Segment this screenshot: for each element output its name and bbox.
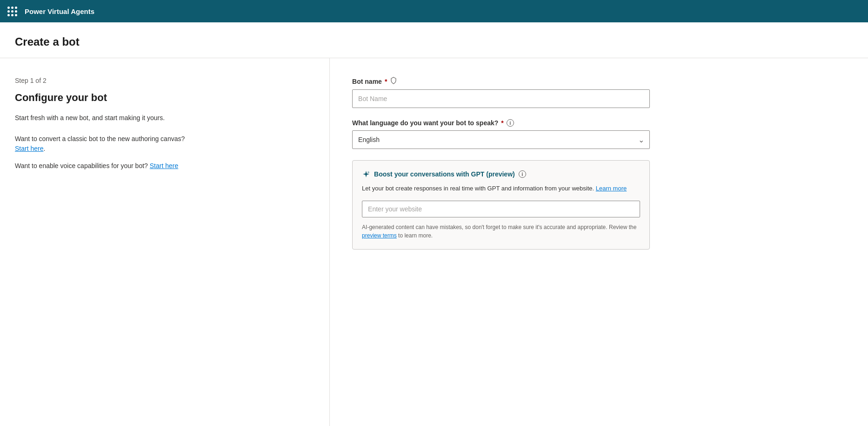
voice-label: Want to enable voice capabilities for yo… (15, 162, 148, 169)
gpt-info-icon[interactable]: i (519, 170, 526, 178)
bot-name-field-group: Bot name * (352, 77, 650, 108)
page-header: Create a bot (0, 22, 868, 58)
language-select-wrapper: English Spanish French German Italian Po… (352, 130, 650, 149)
bot-name-label: Bot name * (352, 77, 650, 86)
start-here-voice-link[interactable]: Start here (150, 162, 178, 169)
disclaimer-prefix: AI-generated content can have mistakes, … (362, 224, 636, 230)
main-content: Step 1 of 2 Configure your bot Start fre… (0, 58, 868, 426)
description-text: Start fresh with a new bot, and start ma… (15, 113, 311, 123)
bot-name-label-text: Bot name (352, 78, 382, 85)
preview-terms-link[interactable]: preview terms (362, 232, 397, 239)
gpt-description-text: Let your bot create responses in real ti… (362, 185, 594, 192)
language-label-text: What language do you want your bot to sp… (352, 119, 498, 127)
top-nav: Power Virtual Agents (0, 0, 868, 22)
disclaimer-suffix: to learn more. (398, 232, 433, 239)
step-label: Step 1 of 2 (15, 77, 311, 84)
language-label: What language do you want your bot to sp… (352, 119, 650, 127)
gpt-card-title: Boost your conversations with GPT (previ… (374, 170, 515, 178)
page-title: Create a bot (15, 35, 853, 58)
left-panel: Step 1 of 2 Configure your bot Start fre… (0, 58, 330, 426)
app-title: Power Virtual Agents (25, 7, 94, 15)
required-star: * (385, 78, 387, 85)
website-input[interactable] (362, 201, 640, 217)
configure-title: Configure your bot (15, 92, 311, 104)
sparkle-icon (362, 170, 370, 178)
language-select[interactable]: English Spanish French German Italian Po… (352, 130, 650, 149)
language-field-group: What language do you want your bot to sp… (352, 119, 650, 149)
voice-text: Want to enable voice capabilities for yo… (15, 161, 311, 171)
convert-text: Want to convert a classic bot to the new… (15, 134, 311, 154)
disclaimer-text: AI-generated content can have mistakes, … (362, 223, 640, 240)
gpt-description: Let your bot create responses in real ti… (362, 184, 640, 193)
learn-more-link[interactable]: Learn more (596, 185, 627, 192)
form-section: Bot name * What language do you want you… (352, 77, 650, 250)
shield-icon (390, 77, 397, 86)
language-info-icon[interactable]: i (507, 119, 514, 127)
gpt-card-header: Boost your conversations with GPT (previ… (362, 170, 640, 178)
convert-label: Want to convert a classic bot to the new… (15, 135, 185, 142)
language-required-star: * (501, 119, 503, 127)
app-launcher-icon[interactable] (7, 7, 17, 16)
gpt-boost-card: Boost your conversations with GPT (previ… (352, 160, 650, 250)
right-panel: Bot name * What language do you want you… (330, 58, 868, 426)
bot-name-input[interactable] (352, 89, 650, 108)
start-here-classic-link[interactable]: Start here (15, 145, 43, 152)
